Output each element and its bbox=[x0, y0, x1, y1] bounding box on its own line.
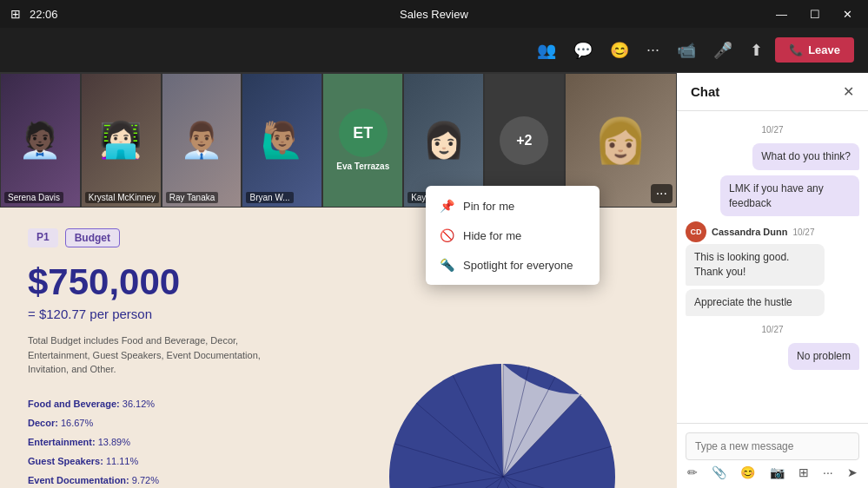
per-person: = $120.77 per person bbox=[28, 307, 649, 321]
camera-icon[interactable]: 📹 bbox=[672, 36, 701, 65]
chat-messages: 10/27 What do you think? LMK if you have… bbox=[677, 111, 868, 423]
chat-message-4: No problem bbox=[788, 343, 859, 370]
reaction-icon[interactable]: 😊 bbox=[605, 36, 634, 65]
context-menu: 📌 Pin for me 🚫 Hide for me 🔦 Spotlight f… bbox=[426, 186, 600, 285]
more-options-icon[interactable]: ··· bbox=[641, 36, 665, 64]
image-icon[interactable]: 📷 bbox=[770, 465, 785, 479]
chat-close-button[interactable]: ✕ bbox=[843, 83, 854, 100]
tag-budget: Budget bbox=[65, 228, 120, 247]
title-bar-left: ⊞ 22:06 bbox=[10, 7, 58, 21]
close-button[interactable]: ✕ bbox=[838, 6, 858, 23]
participant-avatar-eva: ET Eva Terrazas bbox=[323, 74, 402, 207]
context-menu-hide[interactable]: 🚫 Hide for me bbox=[426, 221, 600, 250]
participant-name-bryan: Bryan W... bbox=[246, 192, 293, 203]
chat-input-area: ✏ 📎 😊 📷 ⊞ ··· ➤ bbox=[677, 423, 868, 488]
grid-icon[interactable]: ⊞ bbox=[798, 465, 809, 479]
participant-face-bryan: 🙋🏽‍♂️ bbox=[242, 74, 321, 207]
people-icon[interactable]: 👥 bbox=[532, 36, 561, 65]
participant-name-serena: Serena Davis bbox=[4, 192, 63, 203]
item-val-3: 11.11% bbox=[106, 456, 138, 466]
item-label-3: Guest Speakers: bbox=[28, 456, 103, 466]
participant-tile-krystal[interactable]: 👩🏻‍💻 Krystal McKinney bbox=[81, 73, 162, 208]
app-grid-icon[interactable]: ⊞ bbox=[10, 7, 21, 21]
chat-message-2: This is looking good. Thank you! bbox=[686, 244, 825, 286]
avatar-initials-eva: ET bbox=[339, 109, 388, 157]
title-time: 22:06 bbox=[30, 8, 58, 21]
participant-tile-serena[interactable]: 🧑🏿‍💼 Serena Davis bbox=[0, 73, 81, 208]
avatar-cassandra: CD bbox=[686, 221, 706, 242]
spotlight-icon: 🔦 bbox=[440, 258, 454, 272]
chat-message-1: LMK if you have any feedback bbox=[720, 175, 859, 217]
emoji-icon[interactable]: 😊 bbox=[740, 465, 755, 479]
title-bar: ⊞ 22:06 Sales Review — ☐ ✕ bbox=[0, 0, 868, 28]
context-menu-pin-label: Pin for me bbox=[463, 200, 514, 213]
hide-icon: 🚫 bbox=[440, 228, 454, 242]
participant-tile-bryan[interactable]: 🙋🏽‍♂️ Bryan W... bbox=[242, 73, 322, 208]
tile-more-button[interactable]: ··· bbox=[651, 184, 673, 203]
chat-input[interactable] bbox=[686, 432, 859, 460]
chat-toolbar: ✏ 📎 😊 📷 ⊞ ··· ➤ bbox=[686, 465, 859, 479]
item-val-0: 36.12% bbox=[123, 399, 155, 409]
window-title: Sales Review bbox=[400, 8, 468, 21]
item-val-4: 9.72% bbox=[132, 475, 159, 485]
context-menu-spotlight-label: Spotlight for everyone bbox=[463, 259, 573, 272]
minimize-button[interactable]: — bbox=[771, 6, 792, 23]
item-label-1: Decor: bbox=[28, 418, 58, 428]
item-label-0: Food and Beverage: bbox=[28, 399, 120, 409]
participant-name-krystal: Krystal McKinney bbox=[85, 192, 159, 203]
item-val-1: 16.67% bbox=[61, 418, 93, 428]
leave-phone-icon: 📞 bbox=[789, 43, 803, 56]
sender-name-cassandra: Cassandra Dunn bbox=[712, 227, 787, 237]
item-val-2: 13.89% bbox=[98, 437, 130, 447]
participant-face-ray: 👨🏽‍💼 bbox=[162, 74, 242, 207]
participant-face-serena: 🧑🏿‍💼 bbox=[1, 74, 80, 207]
more-chat-icon[interactable]: ··· bbox=[823, 465, 833, 479]
item-label-4: Event Documentation: bbox=[28, 475, 129, 485]
plus-badge: +2 bbox=[500, 116, 548, 165]
chat-panel: Chat ✕ 10/27 What do you think? LMK if y… bbox=[677, 73, 868, 488]
maximize-button[interactable]: ☐ bbox=[805, 6, 825, 23]
pin-icon: 📌 bbox=[440, 199, 454, 213]
attach-icon[interactable]: 📎 bbox=[712, 465, 726, 479]
participant-face-krystal: 👩🏻‍💻 bbox=[82, 74, 161, 207]
participant-name-eva: Eva Terrazas bbox=[333, 161, 393, 172]
sender-row-cassandra: CD Cassandra Dunn 10/27 bbox=[686, 221, 859, 242]
context-menu-hide-label: Hide for me bbox=[463, 229, 521, 242]
pie-chart-svg bbox=[373, 355, 633, 488]
context-menu-pin[interactable]: 📌 Pin for me bbox=[426, 191, 600, 221]
video-area: 🧑🏿‍💼 Serena Davis 👩🏻‍💻 Krystal McKinney … bbox=[0, 73, 677, 488]
tag-p1: P1 bbox=[28, 228, 58, 247]
item-label-2: Entertainment: bbox=[28, 437, 96, 447]
chat-icon[interactable]: 💬 bbox=[568, 36, 598, 65]
context-menu-spotlight[interactable]: 🔦 Spotlight for everyone bbox=[426, 250, 600, 280]
msg-time-cassandra: 10/27 bbox=[792, 228, 814, 237]
slide-note: Total Budget includes Food and Beverage,… bbox=[28, 333, 271, 377]
meeting-toolbar: 👥 💬 😊 ··· 📹 🎤 ⬆ 📞 Leave bbox=[0, 28, 868, 73]
mic-icon[interactable]: 🎤 bbox=[708, 36, 738, 65]
leave-label: Leave bbox=[808, 43, 840, 56]
send-icon[interactable]: ➤ bbox=[847, 465, 858, 479]
chat-title: Chat bbox=[691, 84, 719, 99]
chat-message-0: What do you think? bbox=[752, 143, 859, 170]
chat-incoming-cassandra: CD Cassandra Dunn 10/27 This is looking … bbox=[686, 221, 859, 315]
chat-date-1: 10/27 bbox=[686, 325, 859, 334]
participant-tile-eva[interactable]: ET Eva Terrazas bbox=[322, 73, 403, 208]
format-icon[interactable]: ✏ bbox=[687, 465, 698, 479]
pie-chart bbox=[373, 355, 651, 488]
leave-button[interactable]: 📞 Leave bbox=[775, 37, 854, 63]
participant-name-ray: Ray Tanaka bbox=[166, 192, 219, 203]
chat-message-3: Appreciate the hustle bbox=[686, 289, 825, 316]
window-controls: — ☐ ✕ bbox=[771, 6, 858, 23]
participant-tile-ray[interactable]: 👨🏽‍💼 Ray Tanaka bbox=[162, 73, 242, 208]
main-content: 🧑🏿‍💼 Serena Davis 👩🏻‍💻 Krystal McKinney … bbox=[0, 73, 868, 488]
chat-header: Chat ✕ bbox=[677, 73, 868, 111]
chat-date-0: 10/27 bbox=[686, 125, 859, 135]
share-icon[interactable]: ⬆ bbox=[745, 36, 768, 65]
